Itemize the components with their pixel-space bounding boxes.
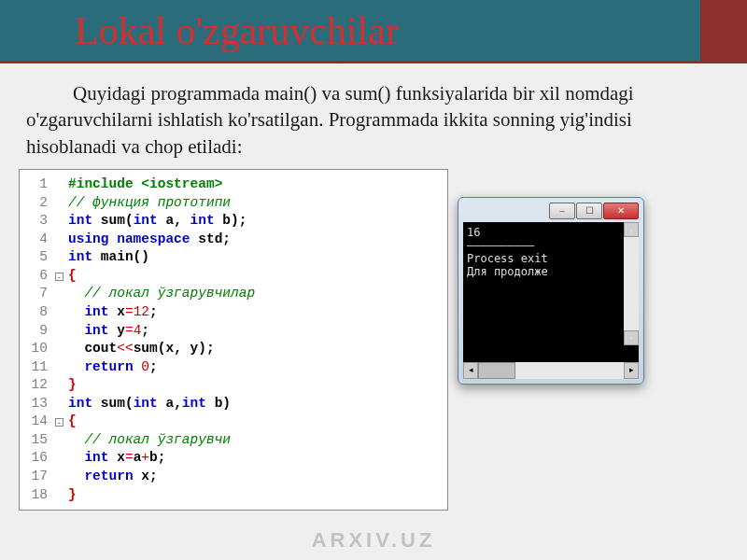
fold-gutter xyxy=(55,486,68,505)
code-text: return 0; xyxy=(68,358,158,377)
code-editor: 1#include <iostream>2// функция прототип… xyxy=(19,169,448,511)
fold-gutter: - xyxy=(55,413,68,431)
code-line: 14-{ xyxy=(23,413,440,431)
code-text: int y=4; xyxy=(68,322,149,341)
slide-title: Lokal o'zgaruvchilar xyxy=(75,8,399,53)
line-number: 7 xyxy=(23,285,55,303)
body-paragraph: Quyidagi programmada main() va sum() fun… xyxy=(0,63,747,169)
code-text: int x=12; xyxy=(68,303,158,322)
line-number: 2 xyxy=(23,194,55,213)
code-text: { xyxy=(68,413,77,431)
code-line: 15 // локал ўзгарувчи xyxy=(23,431,440,450)
fold-gutter xyxy=(55,194,68,213)
scroll-right-icon[interactable]: ▸ xyxy=(624,362,639,379)
line-number: 11 xyxy=(23,358,55,377)
code-text: cout<<sum(x, y); xyxy=(68,340,215,358)
minimize-button[interactable]: – xyxy=(549,203,575,219)
code-line: 7 // локал ўзгарувчилар xyxy=(23,285,440,303)
console-line: Process exit xyxy=(467,252,635,265)
line-number: 3 xyxy=(23,212,55,231)
code-text: { xyxy=(68,267,77,286)
fold-gutter xyxy=(55,303,68,322)
line-number: 16 xyxy=(23,449,55,468)
line-number: 5 xyxy=(23,248,55,267)
console-line: 16 xyxy=(467,226,635,239)
code-text: int main() xyxy=(68,248,149,267)
scroll-up-icon[interactable]: ▴ xyxy=(624,222,639,237)
code-text: int sum(int a,int b) xyxy=(68,395,231,413)
line-number: 10 xyxy=(23,340,55,358)
fold-gutter: - xyxy=(55,267,68,286)
fold-gutter xyxy=(55,285,68,303)
scroll-track[interactable] xyxy=(478,362,624,379)
line-number: 14 xyxy=(23,413,55,431)
code-text: int sum(int a, int b); xyxy=(68,212,247,231)
console-line: —————————— xyxy=(467,239,635,252)
code-line: 16 int x=a+b; xyxy=(23,449,440,468)
code-line: 17 return x; xyxy=(23,468,440,486)
code-text: } xyxy=(68,486,77,505)
fold-gutter xyxy=(55,322,68,341)
console-window-wrap: – ☐ ✕ 16 —————————— Process exit Для про… xyxy=(458,197,644,385)
code-line: 9 int y=4; xyxy=(23,322,440,341)
code-line: 12} xyxy=(23,376,440,395)
fold-gutter xyxy=(55,395,68,413)
fold-gutter xyxy=(55,340,68,358)
vertical-scrollbar[interactable]: ▴ ▾ xyxy=(624,222,639,345)
horizontal-scrollbar[interactable]: ◂ ▸ xyxy=(463,362,639,379)
code-line: 3int sum(int a, int b); xyxy=(23,212,440,231)
fold-gutter xyxy=(55,431,68,450)
fold-gutter xyxy=(55,212,68,231)
fold-gutter xyxy=(55,449,68,468)
fold-gutter xyxy=(55,248,68,267)
scroll-left-icon[interactable]: ◂ xyxy=(463,362,478,379)
scroll-grip[interactable] xyxy=(478,362,515,379)
code-text: // локал ўзгарувчилар xyxy=(68,285,255,303)
line-number: 15 xyxy=(23,431,55,450)
code-text: #include <iostream> xyxy=(68,175,222,194)
line-number: 13 xyxy=(23,395,55,413)
code-text: int x=a+b; xyxy=(68,449,165,468)
code-line: 4using namespace std; xyxy=(23,231,440,249)
code-text: } xyxy=(68,376,77,395)
fold-gutter xyxy=(55,468,68,486)
content-row: 1#include <iostream>2// функция прототип… xyxy=(0,169,747,511)
fold-gutter xyxy=(55,358,68,377)
watermark-bottom: ARXIV.UZ xyxy=(312,528,436,553)
code-line: 5int main() xyxy=(23,248,440,267)
code-line: 6-{ xyxy=(23,267,440,286)
code-text: return x; xyxy=(68,468,158,486)
line-number: 12 xyxy=(23,376,55,395)
header-accent xyxy=(700,0,747,61)
line-number: 17 xyxy=(23,468,55,486)
fold-gutter xyxy=(55,231,68,249)
window-titlebar: – ☐ ✕ xyxy=(460,200,641,222)
fold-gutter xyxy=(55,175,68,194)
code-line: 13int sum(int a,int b) xyxy=(23,395,440,413)
slide-header: Lokal o'zgaruvchilar xyxy=(0,0,747,63)
code-line: 1#include <iostream> xyxy=(23,175,440,194)
line-number: 4 xyxy=(23,231,55,249)
code-line: 10 cout<<sum(x, y); xyxy=(23,340,440,358)
console-output: 16 —————————— Process exit Для продолже … xyxy=(463,222,639,362)
close-button[interactable]: ✕ xyxy=(603,203,639,219)
line-number: 9 xyxy=(23,322,55,341)
code-line: 8 int x=12; xyxy=(23,303,440,322)
fold-toggle-icon[interactable]: - xyxy=(55,273,63,281)
console-line: Для продолже xyxy=(467,265,635,278)
fold-gutter xyxy=(55,376,68,395)
scroll-down-icon[interactable]: ▾ xyxy=(624,330,639,345)
line-number: 18 xyxy=(23,486,55,505)
line-number: 6 xyxy=(23,267,55,286)
maximize-button[interactable]: ☐ xyxy=(576,203,602,219)
line-number: 8 xyxy=(23,303,55,322)
code-text: // функция прототипи xyxy=(68,194,231,213)
code-text: using namespace std; xyxy=(68,231,231,249)
code-line: 2// функция прототипи xyxy=(23,194,440,213)
output-window: – ☐ ✕ 16 —————————— Process exit Для про… xyxy=(458,197,644,385)
code-text: // локал ўзгарувчи xyxy=(68,431,231,450)
code-line: 11 return 0; xyxy=(23,358,440,377)
fold-toggle-icon[interactable]: - xyxy=(55,418,63,427)
code-line: 18} xyxy=(23,486,440,505)
line-number: 1 xyxy=(23,175,55,194)
